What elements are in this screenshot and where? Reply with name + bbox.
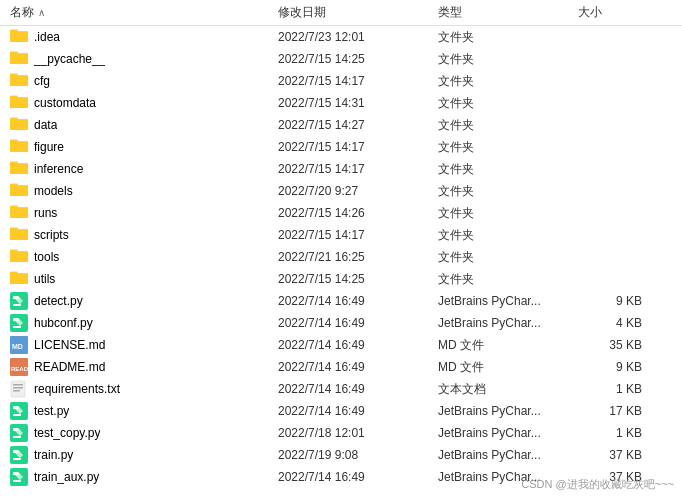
file-name-label: models	[34, 184, 73, 198]
svg-rect-11	[10, 74, 17, 77]
file-date-cell: 2022/7/15 14:25	[270, 272, 430, 286]
file-type-icon	[10, 204, 28, 222]
list-item[interactable]: figure 2022/7/15 14:17 文件夹	[0, 136, 682, 158]
file-date-cell: 2022/7/20 9:27	[270, 184, 430, 198]
file-name-cell: customdata	[0, 94, 270, 112]
list-item[interactable]: train.py 2022/7/19 9:08 JetBrains PyChar…	[0, 444, 682, 466]
file-type-cell: 文件夹	[430, 183, 570, 200]
file-name-label: LICENSE.md	[34, 338, 105, 352]
file-date-cell: 2022/7/15 14:17	[270, 228, 430, 242]
list-item[interactable]: .idea 2022/7/23 12:01 文件夹	[0, 26, 682, 48]
file-date-cell: 2022/7/15 14:25	[270, 52, 430, 66]
list-item[interactable]: READ README.md 2022/7/14 16:49 MD 文件 9 K…	[0, 356, 682, 378]
list-item[interactable]: customdata 2022/7/15 14:31 文件夹	[0, 92, 682, 114]
svg-rect-43	[10, 250, 17, 253]
file-name-cell: test_copy.py	[0, 424, 270, 442]
list-item[interactable]: tools 2022/7/21 16:25 文件夹	[0, 246, 682, 268]
svg-rect-65	[13, 458, 21, 460]
svg-rect-7	[10, 52, 17, 55]
list-item[interactable]: test.py 2022/7/14 16:49 JetBrains PyChar…	[0, 400, 682, 422]
file-type-cell: JetBrains PyChar...	[430, 316, 570, 330]
file-type-icon	[10, 116, 28, 134]
file-type-cell: MD 文件	[430, 337, 570, 354]
file-name-cell: test.py	[0, 402, 270, 420]
list-item[interactable]: models 2022/7/20 9:27 文件夹	[0, 180, 682, 202]
file-type-icon	[10, 160, 28, 178]
file-date-cell: 2022/7/18 12:01	[270, 426, 430, 440]
file-name-cell: requirements.txt	[0, 380, 270, 398]
svg-rect-27	[10, 162, 17, 165]
list-item[interactable]: runs 2022/7/15 14:26 文件夹	[0, 202, 682, 224]
svg-rect-47	[10, 272, 17, 275]
file-name-label: cfg	[34, 74, 50, 88]
file-type-icon	[10, 138, 28, 156]
file-type-cell: 文件夹	[430, 249, 570, 266]
file-name-cell: .idea	[0, 28, 270, 46]
file-type-icon	[10, 292, 28, 310]
file-type-cell: 文本文档	[430, 381, 570, 398]
file-name-label: runs	[34, 206, 57, 220]
col-size-header[interactable]: 大小	[570, 4, 650, 21]
svg-rect-49	[13, 304, 21, 306]
file-size-cell: 35 KB	[570, 338, 650, 352]
svg-rect-57	[13, 384, 23, 386]
file-name-cell: data	[0, 116, 270, 134]
col-name-label: 名称	[10, 4, 34, 21]
svg-text:READ: READ	[11, 366, 28, 372]
file-date-cell: 2022/7/15 14:31	[270, 96, 430, 110]
file-name-label: requirements.txt	[34, 382, 120, 396]
file-name-cell: inference	[0, 160, 270, 178]
file-date-cell: 2022/7/15 14:17	[270, 162, 430, 176]
list-item[interactable]: detect.py 2022/7/14 16:49 JetBrains PyCh…	[0, 290, 682, 312]
file-name-label: data	[34, 118, 57, 132]
list-item[interactable]: data 2022/7/15 14:27 文件夹	[0, 114, 682, 136]
file-list: .idea 2022/7/23 12:01 文件夹 __pycache__ 20…	[0, 26, 682, 488]
list-item[interactable]: scripts 2022/7/15 14:17 文件夹	[0, 224, 682, 246]
file-name-cell: runs	[0, 204, 270, 222]
list-item[interactable]: test_copy.py 2022/7/18 12:01 JetBrains P…	[0, 422, 682, 444]
file-date-cell: 2022/7/14 16:49	[270, 294, 430, 308]
file-date-cell: 2022/7/14 16:49	[270, 470, 430, 484]
file-type-icon	[10, 50, 28, 68]
file-type-cell: 文件夹	[430, 95, 570, 112]
file-type-cell: 文件夹	[430, 73, 570, 90]
file-name-label: customdata	[34, 96, 96, 110]
file-name-label: README.md	[34, 360, 105, 374]
list-item[interactable]: __pycache__ 2022/7/15 14:25 文件夹	[0, 48, 682, 70]
list-item[interactable]: cfg 2022/7/15 14:17 文件夹	[0, 70, 682, 92]
file-name-cell: figure	[0, 138, 270, 156]
file-size-cell: 9 KB	[570, 360, 650, 374]
file-type-icon	[10, 402, 28, 420]
col-type-header[interactable]: 类型	[430, 4, 570, 21]
file-size-cell: 1 KB	[570, 426, 650, 440]
file-type-icon	[10, 270, 28, 288]
file-name-label: scripts	[34, 228, 69, 242]
file-date-cell: 2022/7/21 16:25	[270, 250, 430, 264]
file-name-cell: MD LICENSE.md	[0, 336, 270, 354]
file-name-label: inference	[34, 162, 83, 176]
file-type-cell: 文件夹	[430, 139, 570, 156]
file-size-cell: 4 KB	[570, 316, 650, 330]
file-type-icon: MD	[10, 336, 28, 354]
svg-rect-19	[10, 118, 17, 121]
file-size-cell: 9 KB	[570, 294, 650, 308]
file-name-cell: tools	[0, 248, 270, 266]
list-item[interactable]: MD LICENSE.md 2022/7/14 16:49 MD 文件 35 K…	[0, 334, 682, 356]
svg-rect-35	[10, 206, 17, 209]
list-item[interactable]: hubconf.py 2022/7/14 16:49 JetBrains PyC…	[0, 312, 682, 334]
svg-rect-15	[10, 96, 17, 99]
list-item[interactable]: inference 2022/7/15 14:17 文件夹	[0, 158, 682, 180]
file-name-cell: hubconf.py	[0, 314, 270, 332]
file-type-cell: 文件夹	[430, 51, 570, 68]
col-name-header[interactable]: 名称 ∧	[0, 4, 270, 21]
sort-arrow-icon: ∧	[38, 7, 45, 18]
col-date-header[interactable]: 修改日期	[270, 4, 430, 21]
file-name-label: utils	[34, 272, 55, 286]
file-name-cell: scripts	[0, 226, 270, 244]
list-item[interactable]: requirements.txt 2022/7/14 16:49 文本文档 1 …	[0, 378, 682, 400]
file-name-label: hubconf.py	[34, 316, 93, 330]
svg-rect-67	[13, 480, 21, 482]
file-type-icon: READ	[10, 358, 28, 376]
list-item[interactable]: utils 2022/7/15 14:25 文件夹	[0, 268, 682, 290]
file-date-cell: 2022/7/23 12:01	[270, 30, 430, 44]
